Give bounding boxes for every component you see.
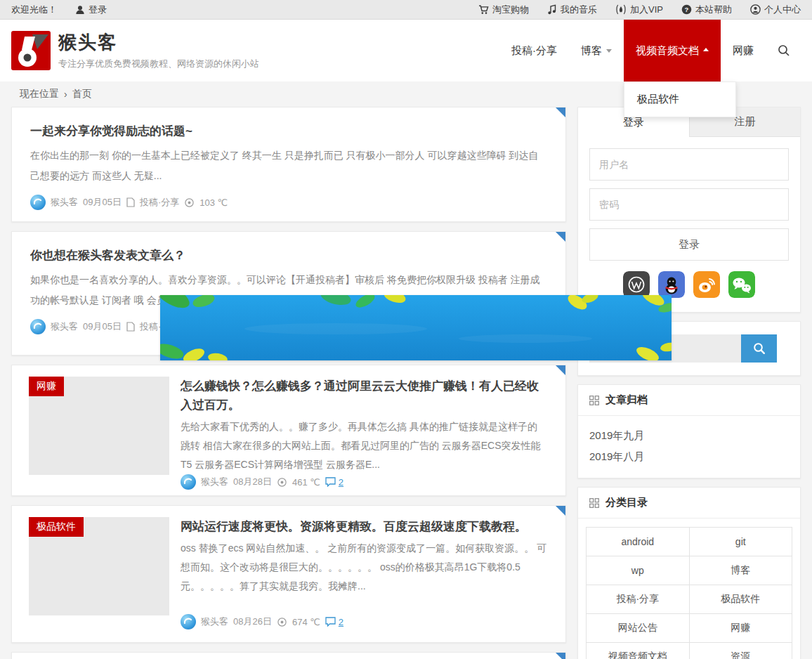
svg-text:?: ? bbox=[685, 6, 689, 13]
category-cell[interactable]: 网站公告 bbox=[587, 614, 690, 643]
article-card: 网赚 怎么赚钱快？怎么赚钱多？通过阿里云云大使推广赚钱！有人已经收入过百万。 先… bbox=[11, 365, 566, 496]
qq-icon[interactable] bbox=[658, 271, 685, 298]
main-nav: 投稿·分享 博客 视频音频文档 极品软件 网赚 bbox=[499, 20, 802, 81]
nav-search-button[interactable] bbox=[766, 20, 802, 81]
promo-banner-image[interactable] bbox=[160, 295, 672, 360]
widget-header: 分类目录 bbox=[578, 488, 800, 518]
topbar-left: 欢迎光临！ 登录 bbox=[11, 4, 107, 16]
avatar bbox=[30, 195, 46, 210]
category-link[interactable]: 投稿·分享 bbox=[140, 196, 179, 209]
user-circle-icon bbox=[750, 4, 761, 15]
category-cell[interactable]: 极品软件 bbox=[689, 585, 792, 614]
comment-count[interactable]: 2 bbox=[339, 477, 343, 488]
archive-item[interactable]: 2019年九月 bbox=[589, 425, 789, 446]
search-icon bbox=[753, 342, 766, 355]
site-subtitle: 专注分享优质免费视频教程、网络资源的休闲小站 bbox=[58, 58, 259, 70]
nav-item-video-audio-docs[interactable]: 视频音频文档 极品软件 bbox=[624, 20, 721, 81]
category-cell[interactable]: 博客 bbox=[689, 556, 792, 585]
table-row: android git bbox=[587, 528, 792, 556]
table-row: 网站公告 网赚 bbox=[587, 614, 792, 643]
avatar bbox=[181, 614, 196, 629]
topbar-link-music[interactable]: 我的音乐 bbox=[547, 4, 597, 16]
breadcrumb-separator: › bbox=[64, 89, 67, 100]
category-cell[interactable]: 网赚 bbox=[689, 614, 792, 643]
archive-panel: 文章归档 2019年九月 2019年八月 bbox=[577, 384, 801, 478]
music-icon bbox=[547, 4, 557, 15]
category-badge[interactable]: 极品软件 bbox=[29, 517, 84, 537]
table-row: 投稿·分享 极品软件 bbox=[587, 585, 792, 614]
login-form: 登录 bbox=[578, 137, 800, 261]
publish-date: 09月05日 bbox=[83, 196, 122, 209]
article-title: 网站运行速度将更快。资源将更精致。百度云超级速度下载教程。 bbox=[181, 517, 549, 536]
category-cell[interactable]: git bbox=[689, 528, 792, 556]
chevron-up-icon bbox=[703, 48, 709, 51]
views-count: 674 ℃ bbox=[292, 617, 320, 627]
grid-icon bbox=[589, 498, 599, 508]
login-panel: 登录 注册 登录 bbox=[577, 107, 801, 313]
login-submit-button[interactable]: 登录 bbox=[589, 228, 789, 261]
wechat-icon[interactable] bbox=[728, 271, 755, 298]
chevron-down-icon bbox=[606, 49, 612, 56]
author-name: 猴头客 bbox=[201, 476, 228, 488]
grid-icon bbox=[589, 396, 599, 405]
vip-icon bbox=[615, 4, 627, 15]
wordpress-icon[interactable] bbox=[623, 271, 650, 298]
article-meta: 猴头客 08月26日 674 ℃ 2 bbox=[181, 614, 549, 629]
article-card: 极品软件 网站运行速度将更快。资源将更精致。百度云超级速度下载教程。 oss 替… bbox=[11, 505, 566, 643]
categories-panel: 分类目录 android git wp 博客 投稿·分享 极品软件 bbox=[577, 487, 801, 659]
category-cell[interactable]: wp bbox=[587, 556, 690, 585]
article-title: 一起来分享你觉得励志的话题~ bbox=[30, 122, 547, 141]
nav-item-submit-share[interactable]: 投稿·分享 bbox=[499, 20, 569, 81]
article-card bbox=[11, 652, 566, 659]
publish-date: 09月05日 bbox=[83, 320, 122, 333]
widget-title: 分类目录 bbox=[605, 496, 648, 509]
login-link[interactable]: 登录 bbox=[75, 4, 107, 16]
weibo-icon[interactable] bbox=[693, 271, 720, 298]
page: { "topbar": { "welcome": "欢迎光临！", "login… bbox=[0, 0, 812, 659]
category-cell[interactable]: 资源 bbox=[689, 643, 792, 659]
article-thumbnail[interactable]: 网赚 bbox=[29, 377, 169, 475]
comment-count[interactable]: 2 bbox=[339, 617, 343, 627]
avatar bbox=[30, 319, 46, 334]
help-icon: ? bbox=[681, 4, 692, 15]
person-icon bbox=[75, 5, 85, 15]
widget-header: 文章归档 bbox=[578, 385, 800, 416]
dropdown-item-premium-software[interactable]: 极品软件 bbox=[624, 82, 735, 117]
category-cell[interactable]: android bbox=[587, 528, 690, 556]
article-card: 一起来分享你觉得励志的话题~ 在你出生的那一刻 你的一生基本上已经被定义了 终其… bbox=[11, 107, 566, 222]
article-excerpt: 在你出生的那一刻 你的一生基本上已经被定义了 终其一生 只是挣扎而已 只有极小一… bbox=[30, 145, 547, 186]
category-cell[interactable]: 视频音频文档 bbox=[587, 643, 690, 659]
article-list: 一起来分享你觉得励志的话题~ 在你出生的那一刻 你的一生基本上已经被定义了 终其… bbox=[11, 107, 566, 659]
topbar-link-profile[interactable]: 个人中心 bbox=[750, 4, 801, 16]
topbar-link-vip[interactable]: 加入VIP bbox=[615, 4, 663, 16]
article-thumbnail[interactable]: 极品软件 bbox=[29, 517, 169, 615]
archive-item[interactable]: 2019年八月 bbox=[589, 446, 789, 467]
sidebar-search-button[interactable] bbox=[741, 334, 777, 363]
username-input[interactable] bbox=[589, 148, 789, 181]
topbar-right: 淘宝购物 我的音乐 加入VIP ? 本站帮助 个人中心 bbox=[478, 4, 801, 16]
site-logo[interactable] bbox=[11, 31, 51, 70]
nav-item-make-money[interactable]: 网赚 bbox=[721, 20, 766, 81]
site-identity: 猴头客 专注分享优质免费视频教程、网络资源的休闲小站 bbox=[58, 32, 259, 70]
views-icon bbox=[184, 197, 195, 208]
comment-block: 2 bbox=[325, 477, 343, 488]
topbar-link-taobao[interactable]: 淘宝购物 bbox=[478, 4, 529, 16]
content: 一起来分享你觉得励志的话题~ 在你出生的那一刻 你的一生基本上已经被定义了 终其… bbox=[0, 107, 812, 659]
cart-icon bbox=[478, 4, 489, 15]
topbar-link-help[interactable]: ? 本站帮助 bbox=[681, 4, 732, 16]
corner-fold-icon bbox=[556, 653, 565, 659]
password-input[interactable] bbox=[589, 188, 789, 221]
topbar: 欢迎光临！ 登录 淘宝购物 我的音乐 加入VIP ? 本站帮助 个人中心 bbox=[0, 0, 812, 20]
sidebar: 登录 注册 登录 bbox=[577, 107, 801, 659]
archive-list: 2019年九月 2019年八月 bbox=[578, 416, 800, 478]
views-count: 461 ℃ bbox=[292, 477, 320, 488]
category-badge[interactable]: 网赚 bbox=[29, 377, 64, 396]
breadcrumb-home-link[interactable]: 首页 bbox=[72, 88, 92, 100]
corner-fold-icon bbox=[556, 365, 565, 375]
nav-dropdown: 极品软件 bbox=[624, 81, 736, 117]
category-cell[interactable]: 投稿·分享 bbox=[587, 585, 690, 614]
publish-date: 08月28日 bbox=[233, 476, 272, 488]
file-icon bbox=[126, 197, 135, 207]
table-row: 视频音频文档 资源 bbox=[587, 643, 792, 659]
nav-item-blog[interactable]: 博客 bbox=[569, 20, 624, 81]
